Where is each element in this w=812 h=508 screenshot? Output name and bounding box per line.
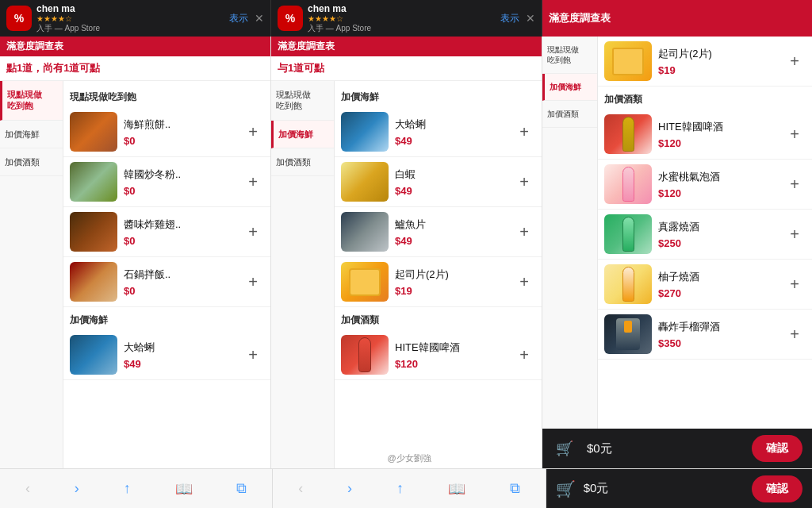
item-image	[70, 112, 117, 152]
list-item: 柚子燒酒 $270 +	[598, 260, 812, 310]
add-button[interactable]: +	[783, 49, 806, 74]
add-button[interactable]: +	[242, 220, 264, 244]
app-stars-2: ★★★★☆	[308, 14, 371, 23]
panel-1: 滿意度調查表 點1道，尚有1道可點 現點現做吃到飽 加價海鮮 加價酒類 現點現做…	[0, 37, 271, 468]
app-store-1: 入手 — App Store	[36, 23, 100, 34]
bookmark-btn-2[interactable]: 📖	[443, 477, 470, 501]
cart-total: $0元	[587, 441, 742, 456]
panel-3-body: 現點現做吃到飽 加價海鮮 加價酒類 起司片(2片) $19 + 加價酒類	[542, 37, 812, 429]
panel-3: 現點現做吃到飽 加價海鮮 加價酒類 起司片(2片) $19 + 加價酒類	[542, 37, 812, 468]
tabs-btn-2[interactable]: ⧉	[505, 477, 525, 500]
add-button[interactable]: +	[513, 170, 535, 194]
list-item: HITE韓國啤酒 $120 +	[598, 110, 812, 160]
item-price: $0	[124, 285, 242, 297]
add-button[interactable]: +	[783, 122, 806, 147]
add-button[interactable]: +	[513, 120, 535, 144]
app-bar-3: 滿意度調查表	[542, 0, 812, 37]
item-price: $350	[658, 337, 783, 349]
item-price: $120	[658, 187, 783, 199]
add-button[interactable]: +	[513, 220, 535, 244]
item-price: $19	[395, 285, 513, 297]
add-button[interactable]: +	[783, 322, 806, 347]
list-item: 鱸魚片 $49 +	[335, 207, 542, 257]
sidebar-item-1-0[interactable]: 現點現做吃到飽	[0, 81, 63, 121]
item-image	[341, 335, 389, 375]
item-image	[604, 214, 652, 254]
item-price: $49	[395, 185, 513, 197]
add-button[interactable]: +	[783, 172, 806, 197]
cart-bar: 🛒 $0元 確認	[542, 429, 812, 468]
item-price: $0	[124, 135, 242, 147]
top-bars: % chen ma ★★★★☆ 入手 — App Store 表示 ✕ % ch…	[0, 0, 812, 37]
section-label-1-1: 加價海鮮	[63, 307, 270, 330]
sidebar-item-1-2[interactable]: 加價酒類	[0, 148, 63, 176]
sidebar-item-3-0[interactable]: 現點現做吃到飽	[542, 37, 597, 74]
tabs-btn-1[interactable]: ⧉	[232, 477, 251, 500]
item-name: 起司片(2片)	[395, 267, 513, 282]
item-name: 起司片(2片)	[658, 47, 783, 61]
item-name: 石鍋拌飯..	[124, 267, 242, 282]
sidebar-item-2-2[interactable]: 加價酒類	[271, 148, 334, 176]
add-button[interactable]: +	[783, 272, 806, 297]
add-button[interactable]: +	[242, 170, 264, 194]
item-name: 海鮮煎餅..	[124, 117, 242, 132]
add-button[interactable]: +	[513, 270, 535, 294]
sub-header-2: 与1道可點	[271, 56, 542, 81]
item-name: 鱸魚片	[395, 217, 513, 232]
item-info: 白蝦 $49	[395, 167, 513, 197]
forward-btn-2[interactable]: ›	[343, 477, 357, 500]
bottom-bars: ‹ › ↑ 📖 ⧉ ‹ › ↑ 📖 ⧉ @少女劉強 🛒 $0元 確認	[0, 468, 812, 508]
item-price: $120	[395, 358, 513, 370]
forward-btn-1[interactable]: ›	[70, 477, 84, 500]
app-store-2: 入手 — App Store	[308, 23, 371, 34]
item-info: 水蜜桃氣泡酒 $120	[658, 170, 783, 199]
item-image	[341, 162, 389, 202]
list-item: 大蛤蜊 $49 +	[63, 330, 270, 380]
add-button[interactable]: +	[242, 120, 264, 144]
sidebar-item-3-2[interactable]: 加價酒類	[542, 101, 597, 128]
share-btn-2[interactable]: ↑	[392, 477, 408, 500]
item-info: 柚子燒酒 $270	[658, 270, 783, 299]
sidebar-item-2-0[interactable]: 現點現做吃到飽	[271, 81, 334, 121]
item-price: $49	[395, 135, 513, 147]
list-item: 起司片(2片) $19 +	[335, 257, 542, 307]
share-btn-1[interactable]: ↑	[119, 477, 136, 500]
item-image	[70, 262, 117, 302]
bookmark-btn-1[interactable]: 📖	[170, 477, 197, 501]
app-info-2: chen ma ★★★★☆ 入手 — App Store	[308, 3, 371, 34]
app-icon-2: %	[278, 6, 303, 31]
back-btn-2[interactable]: ‹	[293, 477, 308, 500]
back-btn-1[interactable]: ‹	[21, 477, 35, 500]
app-name-1: chen ma	[36, 3, 100, 14]
list-item: 水蜜桃氣泡酒 $120 +	[598, 160, 812, 210]
app-bar-2: % chen ma ★★★★☆ 入手 — App Store 表示 ✕	[271, 0, 542, 37]
confirm-button[interactable]: 確認	[752, 435, 802, 462]
sub-header-1: 點1道，尚有1道可點	[0, 56, 270, 81]
add-button[interactable]: +	[513, 343, 535, 368]
sidebar-item-2-1[interactable]: 加價海鮮	[271, 121, 334, 148]
item-name: 水蜜桃氣泡酒	[658, 170, 783, 184]
cart-icon-3: 🛒	[556, 479, 576, 498]
list-item: 韓國炒冬粉.. $0 +	[63, 157, 270, 207]
add-button[interactable]: +	[242, 270, 264, 294]
item-name: 轟炸手榴彈酒	[658, 320, 783, 334]
show-btn-1[interactable]: 表示	[229, 12, 248, 25]
add-button[interactable]: +	[783, 222, 806, 247]
bottom-bar-3: 🛒 $0元 確認	[546, 469, 812, 508]
item-image	[70, 162, 117, 202]
item-price: $49	[395, 235, 513, 247]
item-info: 轟炸手榴彈酒 $350	[658, 320, 783, 349]
add-button[interactable]: +	[242, 343, 264, 368]
sidebar-item-3-1[interactable]: 加價海鮮	[542, 74, 597, 101]
show-btn-2[interactable]: 表示	[500, 12, 519, 25]
close-btn-1[interactable]: ✕	[255, 12, 264, 25]
item-image	[604, 114, 652, 154]
bottom-bar-2: ‹ › ↑ 📖 ⧉ @少女劉強	[273, 469, 546, 508]
item-info: 大蛤蜊 $49	[124, 341, 242, 370]
item-info: HITE韓國啤酒 $120	[395, 341, 513, 370]
item-name: 柚子燒酒	[658, 270, 783, 284]
sidebar-item-1-1[interactable]: 加價海鮮	[0, 121, 63, 148]
item-info: 海鮮煎餅.. $0	[124, 117, 242, 147]
close-btn-2[interactable]: ✕	[526, 12, 535, 25]
confirm-btn-3[interactable]: 確認	[752, 475, 802, 502]
